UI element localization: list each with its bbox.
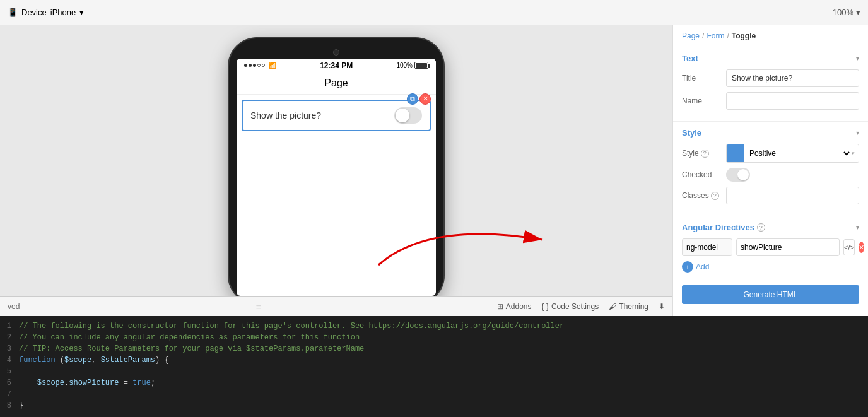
line-num-5: 5	[0, 367, 19, 376]
line-num-2: 2	[0, 333, 19, 342]
zoom-dropdown-arrow: ▾	[856, 8, 860, 17]
directive-key-input[interactable]	[682, 238, 732, 256]
text-section-title: Text	[682, 54, 698, 63]
zoom-label: 100%	[833, 8, 853, 17]
checked-toggle-knob	[737, 169, 749, 180]
style-color-box	[727, 144, 744, 162]
breadcrumb-page[interactable]: Page	[682, 32, 700, 40]
code-line-3: 3 // TIP: Access Route Parameters for yo…	[0, 344, 868, 355]
html-button[interactable]: Generate HTML	[682, 285, 859, 304]
signal-dot-5	[262, 64, 265, 67]
style-select-arrow: ▾	[852, 150, 859, 156]
battery-fill	[416, 63, 427, 68]
code-settings-icon: { }	[542, 302, 549, 311]
breadcrumb-current: Toggle	[732, 32, 756, 40]
style-section-title: Style	[682, 128, 701, 138]
line-num-1: 1	[0, 322, 19, 331]
toggle-label: Show the picture?	[250, 110, 321, 120]
line-num-7: 7	[0, 390, 19, 399]
iphone-camera	[333, 49, 339, 56]
title-field-row: Title	[682, 69, 859, 87]
zoom-control[interactable]: 100% ▾	[833, 8, 860, 17]
code-line-6: 6 $scope.showPicture = true;	[0, 378, 868, 389]
canvas-area: 📶 12:34 PM 100% Page	[0, 25, 672, 316]
status-left: 📶	[244, 62, 276, 69]
scroll-down-tab[interactable]: ⬇	[659, 302, 665, 311]
device-selector[interactable]: 📱 Device iPhone ▾	[8, 8, 84, 17]
angular-directives-section: Angular Directives ? ▾ </> ✕ + Add	[673, 216, 868, 279]
code-area: 1 // The following is the constructor fu…	[0, 316, 868, 417]
right-panel: Page / Form / Toggle Text ▾ Title Name	[672, 25, 868, 316]
directive-delete-button[interactable]: ✕	[859, 242, 864, 253]
top-bar: 📱 Device iPhone ▾ 100% ▾	[0, 0, 868, 25]
style-help-icon[interactable]: ?	[701, 150, 709, 158]
directive-val-input[interactable]	[736, 238, 840, 256]
style-field-row: Style ? Positive Negative Default ▾	[682, 144, 859, 163]
scroll-down-icon: ⬇	[659, 302, 665, 311]
style-section-arrow[interactable]: ▾	[856, 129, 859, 136]
bottom-tabs: ⊞ Addons { } Code Settings 🖌 Theming ⬇	[497, 302, 665, 311]
status-time: 12:34 PM	[320, 61, 353, 70]
classes-field-input[interactable]	[726, 187, 859, 204]
saved-bar: ved ≡ ⊞ Addons { } Code Settings 🖌 Themi…	[0, 296, 672, 316]
code-text-6: $scope.showPicture = true;	[19, 379, 155, 387]
status-right: 100%	[396, 62, 428, 69]
code-settings-tab[interactable]: { } Code Settings	[542, 302, 599, 311]
style-section-header: Style ▾	[682, 128, 859, 138]
code-text-8: }	[19, 401, 23, 410]
classes-field-label: Classes ?	[682, 191, 726, 200]
angular-title-group: Angular Directives ?	[682, 223, 765, 232]
code-text-2: // You can include any angular dependenc…	[19, 333, 360, 342]
directive-row: </> ✕	[682, 238, 859, 256]
directive-code-button[interactable]: </>	[843, 239, 855, 255]
add-directive-button[interactable]: + Add	[682, 261, 859, 273]
text-section: Text ▾ Title Name	[673, 47, 868, 122]
angular-directives-title: Angular Directives	[682, 223, 754, 232]
delete-button[interactable]: ✕	[419, 93, 431, 105]
html-section-hint: Generate HTML	[673, 279, 868, 310]
signal-dot-2	[249, 64, 252, 67]
wifi-icon: 📶	[269, 62, 276, 69]
name-field-input[interactable]	[726, 92, 859, 110]
battery-icon	[414, 62, 428, 69]
code-line-4: 4 function ($scope, $stateParams) {	[0, 355, 868, 367]
copy-button[interactable]: ⧉	[407, 93, 418, 105]
battery-percent: 100%	[396, 62, 413, 69]
device-icon: 📱	[8, 8, 18, 17]
iphone-notch	[237, 46, 436, 59]
signal-dots	[244, 64, 265, 67]
add-label: Add	[696, 262, 709, 271]
addons-tab[interactable]: ⊞ Addons	[497, 302, 532, 311]
name-field-row: Name	[682, 92, 859, 110]
drag-handle: ≡	[256, 302, 261, 312]
style-section: Style ▾ Style ? Positive Negative Defaul…	[673, 122, 868, 216]
angular-help-icon[interactable]: ?	[757, 223, 765, 232]
angular-header: Angular Directives ? ▾	[682, 223, 859, 232]
breadcrumb-form[interactable]: Form	[707, 32, 724, 40]
title-field-input[interactable]	[726, 69, 859, 87]
angular-section-arrow[interactable]: ▾	[856, 224, 859, 231]
code-line-2: 2 // You can include any angular depende…	[0, 332, 868, 344]
code-line-8: 8 }	[0, 401, 868, 412]
add-circle-icon: +	[682, 261, 693, 273]
toggle-switch[interactable]	[394, 107, 422, 124]
code-text-3: // TIP: Access Route Parameters for your…	[19, 344, 364, 353]
code-line-7: 7	[0, 389, 868, 401]
title-field-label: Title	[682, 74, 726, 83]
theming-tab[interactable]: 🖌 Theming	[609, 302, 648, 311]
page-content: ⧉ ✕ Show the picture?	[237, 95, 436, 296]
theming-icon: 🖌	[609, 302, 616, 311]
text-section-header: Text ▾	[682, 54, 859, 63]
style-select[interactable]: Positive Negative Default	[744, 144, 852, 162]
toggle-component[interactable]: ⧉ ✕ Show the picture?	[242, 100, 431, 131]
device-dropdown-arrow[interactable]: ▾	[79, 8, 84, 17]
text-section-arrow[interactable]: ▾	[856, 55, 859, 62]
line-num-6: 6	[0, 379, 19, 387]
code-line-1: 1 // The following is the constructor fu…	[0, 321, 868, 332]
iphone-screen: 📶 12:34 PM 100% Page	[237, 59, 436, 296]
line-num-3: 3	[0, 344, 19, 353]
signal-dot-3	[253, 64, 256, 67]
checked-toggle[interactable]	[726, 168, 750, 182]
classes-help-icon[interactable]: ?	[711, 192, 719, 200]
name-field-label: Name	[682, 97, 726, 105]
